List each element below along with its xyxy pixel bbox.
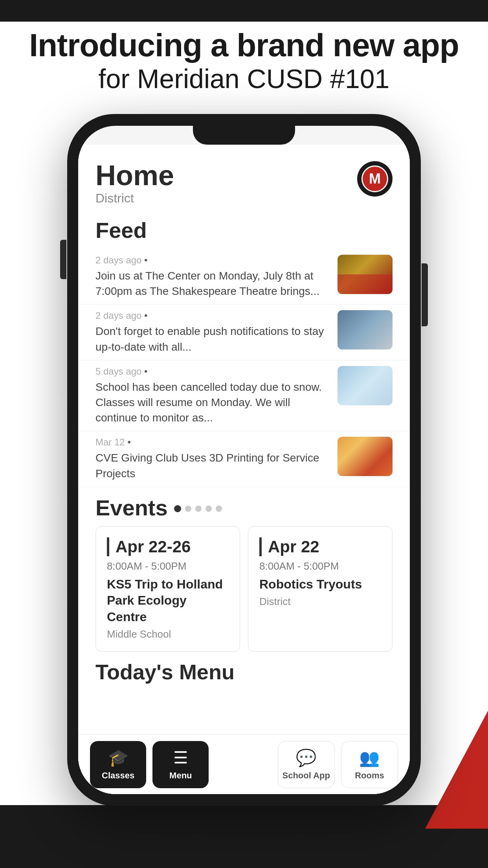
event-name-1: KS5 Trip to Holland Park Ecology Centre — [107, 576, 229, 625]
header-line1: Introducing a brand new app — [24, 28, 464, 63]
header-line2: for Meridian CUSD #101 — [24, 63, 464, 95]
feed-body-3: School has been cancelled today due to s… — [95, 379, 330, 426]
feed-text-3: 5 days ago • School has been cancelled t… — [95, 366, 330, 426]
dot-inactive-2 — [195, 506, 202, 512]
nav-label-classes: Classes — [102, 771, 134, 781]
feed-body-2: Don't forget to enable push notification… — [95, 324, 330, 354]
feed-text-2: 2 days ago • Don't forget to enable push… — [95, 310, 330, 354]
feed-title: Feed — [78, 213, 410, 249]
feed-body-1: Join us at The Center on Monday, July 8t… — [95, 268, 330, 299]
event-card-2[interactable]: Apr 22 8:00AM - 5:00PM Robotics Tryouts … — [248, 526, 393, 652]
menu-icon: ☰ — [173, 748, 188, 767]
feed-meta-3: 5 days ago • — [95, 366, 330, 377]
event-time-1: 8:00AM - 5:00PM — [107, 560, 229, 572]
event-card-1[interactable]: Apr 22-26 8:00AM - 5:00PM KS5 Trip to Ho… — [95, 526, 240, 652]
app-title-block: Home District — [95, 161, 174, 206]
todays-menu-title: Today's Menu — [95, 660, 393, 684]
app-title: Home — [95, 161, 174, 189]
phone-mockup: Home District M Feed 2 days ago • — [67, 114, 421, 806]
feed-meta-1: 2 days ago • — [95, 255, 330, 266]
rooms-icon: 👥 — [359, 748, 380, 767]
feed-item-1[interactable]: 2 days ago • Join us at The Center on Mo… — [78, 249, 410, 305]
events-cards: Apr 22-26 8:00AM - 5:00PM KS5 Trip to Ho… — [78, 526, 410, 652]
phone-screen: Home District M Feed 2 days ago • — [78, 126, 410, 794]
nav-item-rooms[interactable]: 👥 Rooms — [341, 741, 398, 788]
bottom-nav: 🎓 Classes ☰ Menu 💬 School App 👥 Room — [78, 734, 410, 794]
feed-image-2 — [338, 310, 393, 349]
event-location-1: Middle School — [107, 628, 229, 640]
events-title: Events — [95, 495, 168, 520]
app-content: Home District M Feed 2 days ago • — [78, 145, 410, 794]
feed-item-4[interactable]: Mar 12 • CVE Giving Club Uses 3D Printin… — [78, 431, 410, 487]
feed-image-3 — [338, 366, 393, 405]
phone-outer: Home District M Feed 2 days ago • — [67, 114, 421, 806]
bg-bottom-bar — [0, 805, 488, 868]
event-date-2: Apr 22 — [259, 537, 381, 556]
app-subtitle: District — [95, 191, 174, 206]
nav-item-menu[interactable]: ☰ Menu — [152, 741, 209, 788]
page-header: Introducing a brand new app for Meridian… — [0, 28, 488, 95]
dot-active — [174, 505, 181, 512]
feed-text-1: 2 days ago • Join us at The Center on Mo… — [95, 255, 330, 299]
dot-inactive-3 — [205, 506, 212, 512]
nav-item-classes[interactable]: 🎓 Classes — [90, 741, 146, 788]
feed-image-1 — [338, 255, 393, 294]
bg-top-bar — [0, 0, 488, 22]
event-date-1: Apr 22-26 — [107, 537, 229, 556]
dot-inactive-1 — [185, 506, 191, 512]
classes-icon: 🎓 — [108, 748, 128, 767]
app-header: Home District M — [78, 145, 410, 213]
nav-label-schoolapp: School App — [283, 771, 330, 781]
feed-image-4 — [338, 437, 393, 476]
feed-item-3[interactable]: 5 days ago • School has been cancelled t… — [78, 360, 410, 432]
event-name-2: Robotics Tryouts — [259, 576, 381, 593]
feed-text-4: Mar 12 • CVE Giving Club Uses 3D Printin… — [95, 437, 330, 481]
feed-item-2[interactable]: 2 days ago • Don't forget to enable push… — [78, 305, 410, 360]
event-time-2: 8:00AM - 5:00PM — [259, 560, 381, 572]
todays-menu: Today's Menu — [78, 652, 410, 688]
feed-body-4: CVE Giving Club Uses 3D Printing for Ser… — [95, 450, 330, 481]
schoolapp-icon: 💬 — [296, 748, 316, 767]
feed-meta-4: Mar 12 • — [95, 437, 330, 448]
nav-label-menu: Menu — [169, 771, 192, 781]
nav-label-rooms: Rooms — [355, 771, 384, 781]
school-logo-inner: M — [361, 166, 388, 192]
nav-item-schoolapp[interactable]: 💬 School App — [278, 741, 335, 788]
feed-meta-2: 2 days ago • — [95, 310, 330, 321]
events-header: Events — [78, 487, 410, 526]
school-logo[interactable]: M — [357, 161, 393, 197]
dot-inactive-4 — [216, 506, 222, 512]
event-location-2: District — [259, 596, 381, 608]
phone-notch — [193, 126, 295, 145]
events-dots — [174, 505, 222, 512]
